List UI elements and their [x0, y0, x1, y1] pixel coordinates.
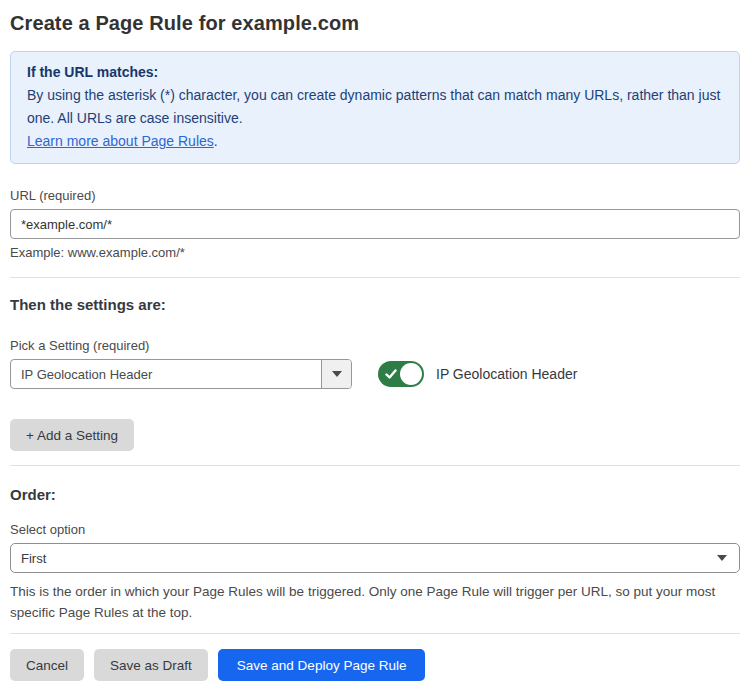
url-example-helper: Example: www.example.com/*: [10, 245, 740, 261]
page-title: Create a Page Rule for example.com: [10, 10, 740, 36]
save-deploy-button[interactable]: Save and Deploy Page Rule: [218, 649, 426, 681]
check-icon: [385, 368, 397, 380]
toggle-label: IP Geolocation Header: [436, 366, 577, 382]
ip-geolocation-toggle[interactable]: [378, 361, 424, 387]
info-box-heading: If the URL matches:: [27, 61, 723, 84]
order-select[interactable]: First: [10, 543, 740, 573]
link-suffix: .: [214, 133, 218, 149]
toggle-knob: [400, 363, 422, 385]
setting-combobox-dropdown-button[interactable]: [321, 360, 351, 388]
learn-more-link[interactable]: Learn more about Page Rules: [27, 133, 214, 149]
info-box-link-line: Learn more about Page Rules.: [27, 130, 723, 153]
order-select-value: First: [21, 551, 717, 566]
cancel-button[interactable]: Cancel: [10, 649, 84, 681]
chevron-down-icon: [717, 555, 727, 561]
select-option-label: Select option: [10, 522, 740, 538]
save-draft-button[interactable]: Save as Draft: [94, 649, 208, 681]
settings-section-heading: Then the settings are:: [10, 296, 740, 314]
setting-combobox-value: IP Geolocation Header: [11, 360, 321, 388]
chevron-down-icon: [332, 371, 342, 377]
order-helper-text: This is the order in which your Page Rul…: [10, 581, 734, 623]
divider: [10, 633, 740, 634]
pick-setting-label: Pick a Setting (required): [10, 338, 740, 354]
url-field-label: URL (required): [10, 188, 740, 204]
order-section-heading: Order:: [10, 486, 740, 504]
url-input[interactable]: [10, 209, 740, 239]
divider: [10, 277, 740, 278]
divider: [10, 465, 740, 466]
setting-row: IP Geolocation Header IP Geolocation Hea…: [10, 359, 740, 389]
footer-actions: Cancel Save as Draft Save and Deploy Pag…: [10, 649, 740, 681]
page-rule-form: Create a Page Rule for example.com If th…: [0, 0, 750, 681]
url-match-info-box: If the URL matches: By using the asteris…: [10, 51, 740, 164]
setting-combobox[interactable]: IP Geolocation Header: [10, 359, 352, 389]
info-box-body: By using the asterisk (*) character, you…: [27, 84, 723, 130]
add-setting-button[interactable]: + Add a Setting: [10, 419, 134, 451]
